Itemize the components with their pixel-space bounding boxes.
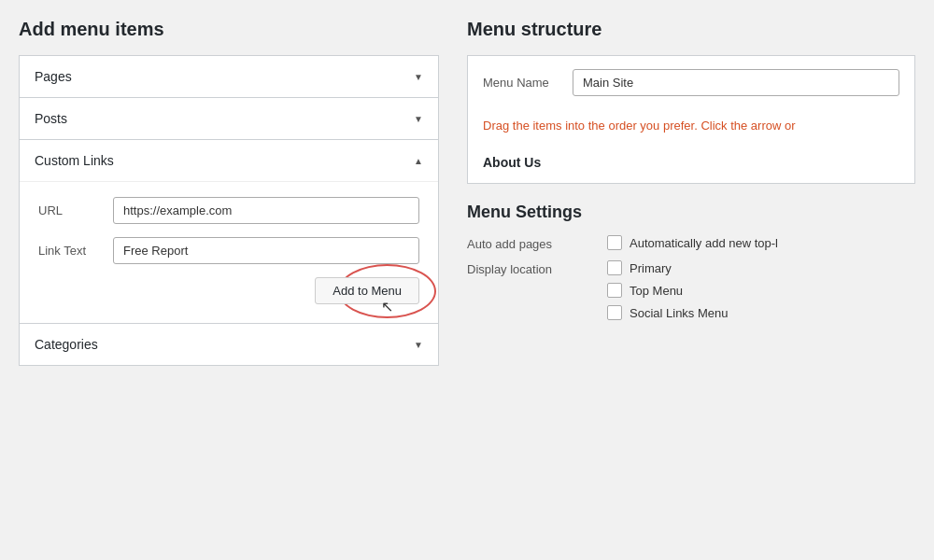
accordion-arrow-posts: ▼: [414, 114, 423, 124]
accordion-item-custom-links: Custom Links ▲ URL Link Text Add to Menu: [20, 140, 438, 324]
accordion-label-categories: Categories: [35, 337, 98, 352]
link-text-input[interactable]: [113, 237, 419, 264]
menu-name-row: Menu Name: [467, 55, 915, 109]
display-location-row: Display location Primary Top Menu Social…: [467, 260, 915, 320]
accordion-arrow-categories: ▼: [414, 340, 423, 350]
location-primary-label: Primary: [630, 261, 672, 275]
menu-name-label: Menu Name: [483, 76, 558, 90]
accordion-box: Pages ▼ Posts ▼ Custom Links ▲: [19, 55, 439, 366]
accordion-arrow-pages: ▼: [414, 72, 423, 82]
accordion-label-custom-links: Custom Links: [35, 153, 114, 168]
auto-add-pages-row: Auto add pages Automatically add new top…: [467, 235, 915, 251]
link-text-label: Link Text: [38, 244, 113, 258]
auto-add-label: Auto add pages: [467, 235, 588, 251]
menu-settings-section: Menu Settings Auto add pages Automatical…: [467, 203, 915, 320]
display-location-options: Primary Top Menu Social Links Menu: [607, 260, 729, 320]
auto-add-options: Automatically add new top-l: [607, 235, 778, 251]
accordion-item-pages: Pages ▼: [20, 56, 438, 98]
accordion-item-posts: Posts ▼: [20, 98, 438, 140]
location-top-menu-label: Top Menu: [630, 284, 683, 298]
right-panel: Menu structure Menu Name Drag the items …: [467, 19, 915, 541]
cursor-icon: ↖: [381, 298, 393, 315]
location-social-links-label: Social Links Menu: [630, 306, 729, 320]
auto-add-text: Automatically add new top-l: [630, 236, 778, 250]
accordion-label-pages: Pages: [35, 69, 72, 84]
menu-settings-title: Menu Settings: [467, 203, 915, 222]
url-input[interactable]: [113, 197, 419, 224]
accordion-label-posts: Posts: [35, 111, 67, 126]
location-primary-checkbox[interactable]: [607, 260, 622, 275]
accordion-item-categories: Categories ▼: [20, 324, 438, 365]
right-panel-title: Menu structure: [467, 19, 915, 40]
accordion-toggle-custom-links[interactable]: Custom Links ▲: [20, 140, 438, 181]
menu-item-about-us: About Us: [467, 142, 915, 184]
left-panel-title: Add menu items: [19, 19, 439, 40]
url-label: URL: [38, 203, 113, 217]
url-row: URL: [38, 197, 419, 224]
location-primary-row: Primary: [607, 260, 729, 275]
add-to-menu-row: Add to Menu ↖: [38, 277, 419, 304]
location-top-menu-row: Top Menu: [607, 283, 729, 298]
display-location-label: Display location: [467, 260, 588, 320]
add-to-menu-button[interactable]: Add to Menu: [315, 277, 419, 304]
location-social-links-row: Social Links Menu: [607, 305, 729, 320]
menu-name-input[interactable]: [573, 69, 899, 96]
auto-add-checkbox-row: Automatically add new top-l: [607, 235, 778, 250]
left-panel: Add menu items Pages ▼ Posts ▼ Custom Li…: [19, 19, 439, 541]
link-text-row: Link Text: [38, 237, 419, 264]
drag-hint: Drag the items into the order you prefer…: [467, 109, 915, 142]
location-top-menu-checkbox[interactable]: [607, 283, 622, 298]
accordion-toggle-categories[interactable]: Categories ▼: [20, 324, 438, 365]
menu-item-label: About Us: [483, 155, 541, 170]
accordion-toggle-pages[interactable]: Pages ▼: [20, 56, 438, 97]
accordion-arrow-custom-links: ▲: [414, 156, 423, 166]
location-social-links-checkbox[interactable]: [607, 305, 622, 320]
auto-add-checkbox[interactable]: [607, 235, 622, 250]
custom-links-content: URL Link Text Add to Menu ↖: [20, 181, 438, 323]
accordion-toggle-posts[interactable]: Posts ▼: [20, 98, 438, 139]
